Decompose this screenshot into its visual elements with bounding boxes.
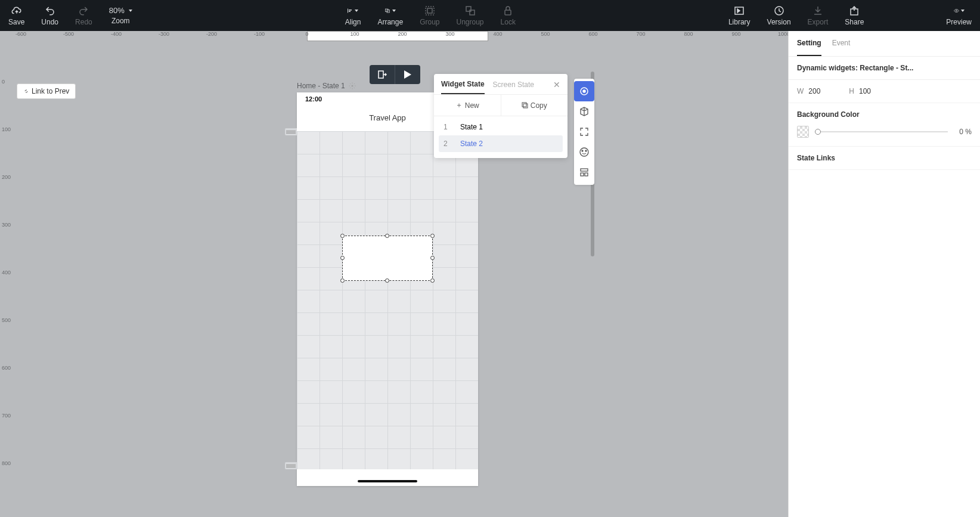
save-label: Save — [8, 18, 24, 26]
svg-rect-2 — [349, 11, 351, 12]
artboard-title: Home - State 1 — [297, 82, 345, 90]
state-num: 2 — [444, 140, 449, 148]
cloud-upload-icon — [11, 5, 22, 16]
lock-button[interactable]: Lock — [492, 2, 524, 30]
height-input[interactable]: 100 — [859, 87, 877, 95]
group-button[interactable]: Group — [411, 2, 448, 30]
zoom-dropdown[interactable]: 80% Zoom — [101, 2, 141, 29]
svg-rect-9 — [505, 10, 511, 15]
height-label: H — [849, 87, 854, 95]
link-icon — [23, 88, 29, 94]
gear-icon[interactable] — [349, 82, 356, 89]
svg-point-15 — [351, 85, 353, 87]
canvas[interactable]: -700-600-500-400-300-200-100010020030040… — [0, 31, 788, 517]
ruler-corner — [0, 31, 10, 41]
svg-rect-7 — [466, 7, 471, 11]
vertical-dock — [574, 79, 594, 185]
share-button[interactable]: Share — [836, 2, 872, 30]
zoom-value: 80% — [109, 6, 125, 15]
export-button[interactable]: Export — [799, 2, 837, 30]
dock-target-icon[interactable] — [574, 81, 594, 101]
state-num: 1 — [444, 123, 449, 131]
arrange-button[interactable]: Arrange — [369, 2, 411, 30]
ruler-vertical[interactable]: 0100200300400500600700800 — [0, 41, 10, 517]
redo-label: Redo — [75, 18, 92, 26]
svg-rect-0 — [348, 8, 348, 13]
lock-icon — [503, 5, 513, 16]
dock-face-icon[interactable] — [574, 142, 594, 162]
exit-button[interactable] — [370, 65, 395, 84]
preview-button[interactable]: Preview — [938, 2, 980, 30]
state-item-1[interactable]: 1 State 1 — [439, 119, 563, 135]
opacity-slider[interactable] — [815, 131, 948, 132]
svg-point-28 — [585, 150, 587, 151]
svg-rect-5 — [426, 7, 434, 15]
svg-rect-6 — [427, 8, 432, 13]
version-button[interactable]: Version — [759, 2, 799, 30]
ungroup-button[interactable]: Ungroup — [448, 2, 492, 30]
dock-layout-icon[interactable] — [574, 162, 594, 182]
lock-label: Lock — [501, 18, 516, 26]
svg-point-27 — [582, 150, 583, 151]
resize-handle-bl[interactable] — [340, 278, 345, 283]
zoom-label: Zoom — [111, 17, 130, 25]
ungroup-icon — [465, 5, 476, 16]
export-icon — [812, 5, 823, 16]
align-button[interactable]: Align — [337, 2, 370, 30]
chevron-down-icon — [392, 10, 396, 12]
undo-button[interactable]: Undo — [33, 2, 67, 30]
dock-cube-icon[interactable] — [574, 101, 594, 122]
tab-event[interactable]: Event — [832, 31, 851, 56]
copy-label: Copy — [531, 101, 547, 110]
group-icon — [424, 5, 435, 16]
tab-setting[interactable]: Setting — [797, 31, 821, 56]
resize-handle-mr[interactable] — [430, 256, 435, 260]
close-icon[interactable]: ✕ — [553, 80, 560, 94]
top-toolbar: Save Undo Redo 80% Zoom Align — [0, 0, 980, 31]
svg-point-26 — [580, 148, 588, 156]
redo-button[interactable]: Redo — [67, 2, 101, 30]
tab-screen-state[interactable]: Screen State — [493, 81, 534, 94]
group-label: Group — [420, 18, 439, 26]
resize-handle-tr[interactable] — [430, 234, 435, 238]
resize-handle-br[interactable] — [430, 278, 435, 283]
new-label: New — [465, 101, 479, 110]
share-label: Share — [845, 18, 864, 26]
svg-rect-31 — [585, 173, 588, 176]
color-swatch[interactable] — [797, 126, 809, 138]
svg-rect-14 — [379, 71, 383, 78]
dock-expand-icon[interactable] — [574, 122, 594, 142]
opacity-value[interactable]: 0 % — [954, 128, 972, 136]
resize-handle-tl[interactable] — [340, 234, 345, 238]
home-indicator — [358, 480, 417, 482]
ruler-horizontal[interactable]: -700-600-500-400-300-200-100010020030040… — [10, 31, 788, 41]
dynamic-widgets-title: Dynamic widgets: Rectangle - St... — [789, 57, 980, 80]
slider-thumb[interactable] — [815, 129, 821, 135]
link-to-prev-button[interactable]: Link to Prev — [17, 83, 76, 99]
ungroup-label: Ungroup — [457, 18, 484, 26]
resize-handle-ml[interactable] — [340, 256, 345, 260]
tab-widget-state[interactable]: Widget State — [441, 80, 485, 94]
resize-handle-bm[interactable] — [385, 278, 389, 283]
page-handle-top[interactable] — [285, 128, 297, 135]
copy-state-button[interactable]: Copy — [501, 95, 568, 116]
save-button[interactable]: Save — [0, 2, 33, 30]
resize-handle-tm[interactable] — [385, 234, 389, 238]
arrange-label: Arrange — [377, 18, 403, 26]
play-button[interactable] — [395, 65, 420, 84]
selected-rectangle[interactable] — [342, 236, 433, 281]
width-input[interactable]: 200 — [808, 87, 826, 95]
widget-state-panel: Widget State Screen State ✕ ＋New Copy 1 … — [434, 74, 567, 158]
align-label: Align — [345, 18, 361, 26]
new-state-button[interactable]: ＋New — [434, 95, 501, 116]
plus-icon: ＋ — [455, 100, 463, 110]
page-handle-bottom[interactable] — [285, 462, 297, 469]
version-icon — [774, 5, 784, 16]
undo-label: Undo — [41, 18, 58, 26]
library-button[interactable]: Library — [720, 2, 759, 30]
inspector-panel: Setting Event Dynamic widgets: Rectangle… — [788, 31, 980, 517]
state-item-2[interactable]: 2 State 2 — [439, 135, 563, 152]
undo-icon — [45, 5, 55, 16]
svg-point-13 — [956, 10, 957, 11]
copy-icon — [522, 102, 528, 109]
